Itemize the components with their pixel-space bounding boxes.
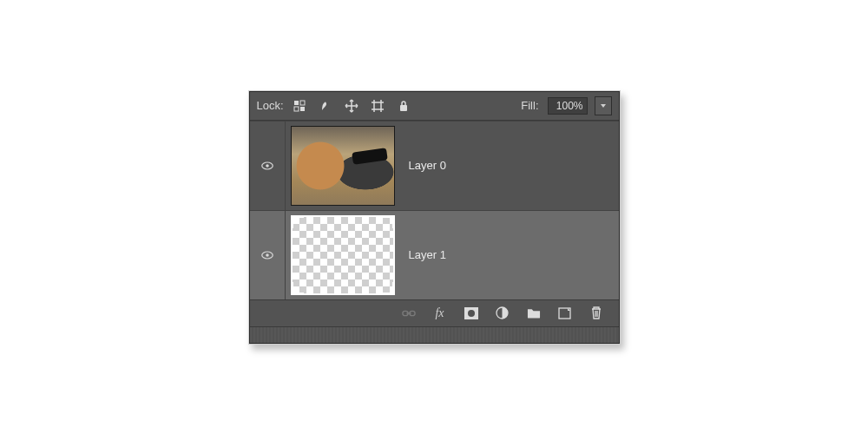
- add-mask-icon[interactable]: [464, 306, 478, 320]
- new-group-icon[interactable]: [527, 306, 541, 320]
- svg-point-6: [266, 164, 269, 168]
- panel-resize-grip[interactable]: [250, 326, 619, 343]
- fill-dropdown-icon[interactable]: [595, 96, 612, 115]
- fill-label: Fill:: [521, 99, 538, 112]
- lock-artboard-icon[interactable]: [371, 99, 385, 113]
- new-layer-icon[interactable]: [558, 306, 572, 320]
- layer-name[interactable]: Layer 1: [400, 248, 619, 261]
- lock-label: Lock:: [257, 99, 284, 112]
- lock-position-icon[interactable]: [345, 99, 358, 113]
- layer-thumbnail[interactable]: [286, 211, 400, 299]
- svg-rect-0: [294, 101, 299, 105]
- lock-row: Lock: Fill:: [250, 92, 619, 121]
- lock-transparent-pixels-icon[interactable]: [293, 99, 306, 113]
- svg-rect-4: [400, 105, 407, 111]
- fill-input[interactable]: [548, 97, 588, 115]
- layers-panel: Lock: Fill:: [249, 91, 620, 344]
- lock-image-pixels-icon[interactable]: [319, 99, 332, 113]
- layer-name[interactable]: Layer 0: [400, 159, 619, 172]
- layer-thumbnail[interactable]: [286, 122, 400, 210]
- svg-point-8: [266, 253, 269, 257]
- lock-all-icon[interactable]: [397, 99, 411, 113]
- visibility-toggle[interactable]: [250, 122, 286, 210]
- svg-rect-2: [294, 107, 299, 111]
- layers-list: Layer 0 Layer 1: [250, 121, 619, 300]
- svg-rect-3: [300, 107, 305, 111]
- svg-point-12: [468, 310, 475, 317]
- svg-rect-1: [300, 101, 305, 105]
- link-layers-icon[interactable]: [402, 306, 416, 320]
- eye-icon: [260, 159, 274, 173]
- lock-icons-group: [293, 99, 411, 113]
- visibility-toggle[interactable]: [250, 211, 286, 299]
- layers-footer: fx: [250, 300, 619, 326]
- delete-layer-icon[interactable]: [589, 306, 603, 320]
- adjustment-layer-icon[interactable]: [496, 306, 510, 320]
- layer-style-icon[interactable]: fx: [433, 306, 447, 320]
- layer-row[interactable]: Layer 0: [250, 121, 619, 210]
- eye-icon: [260, 248, 274, 262]
- layer-row[interactable]: Layer 1: [250, 210, 619, 299]
